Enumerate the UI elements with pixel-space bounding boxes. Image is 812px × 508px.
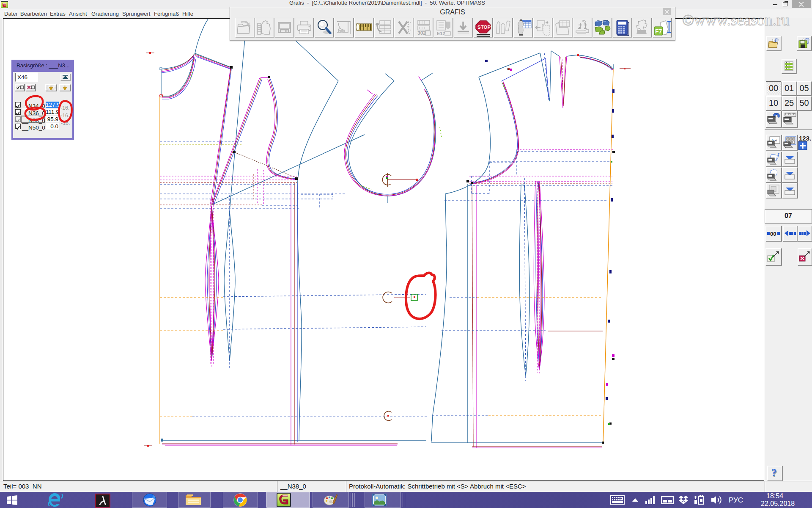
- svg-text:STOP: STOP: [477, 25, 491, 30]
- svg-text:F7: F7: [655, 28, 662, 35]
- svg-text:E12: E12: [437, 31, 445, 36]
- svg-text:00: 00: [770, 231, 776, 237]
- svg-text:302: 302: [417, 30, 426, 36]
